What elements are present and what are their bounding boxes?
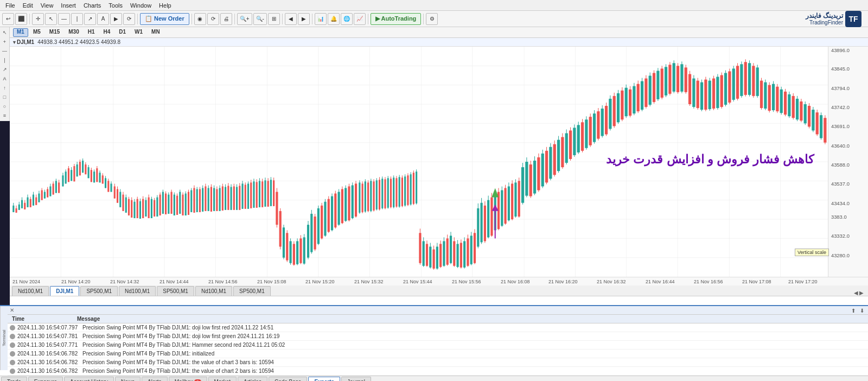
tab-collapse-right[interactable]: ▶ — [859, 290, 864, 296]
toolbar-crosshair[interactable]: ✛ — [32, 13, 44, 25]
period-m15[interactable]: M15 — [46, 28, 63, 37]
bottom-tab-market[interactable]: Market — [208, 377, 237, 382]
draw-cursor[interactable]: ↖ — [1, 28, 9, 37]
toolbar-btn3[interactable]: 🖨 — [220, 13, 232, 25]
bottom-tab-exposure[interactable]: Exposure — [28, 377, 63, 382]
toolbar-text[interactable]: A — [97, 13, 109, 25]
menu-help[interactable]: Help — [156, 2, 175, 9]
draw-ellipse[interactable]: ○ — [1, 102, 9, 111]
row-msg-3: Precision Swing Point MT4 By TFlab DJI,M… — [82, 342, 866, 348]
terminal-row-2[interactable]: 2024.11.30 16:54:07.781 Precision Swing … — [8, 332, 868, 341]
menu-window[interactable]: Window — [127, 2, 155, 9]
period-h1[interactable]: H1 — [84, 28, 99, 37]
toolbar-zoom-out[interactable]: 🔍- — [253, 13, 267, 25]
bottom-tab-experts[interactable]: Experts — [308, 377, 340, 382]
period-m5[interactable]: M5 — [29, 28, 44, 37]
terminal-close-btn[interactable]: ✕ — [10, 307, 16, 314]
vertical-scale-label: Vertical scale — [795, 249, 829, 256]
period-m30[interactable]: M30 — [65, 28, 82, 37]
period-h4[interactable]: H4 — [100, 28, 114, 37]
draw-trendline[interactable]: ↗ — [1, 65, 9, 74]
terminal-row-3[interactable]: 2024.11.30 16:54:07.771 Precision Swing … — [8, 341, 868, 350]
chart-tab-sp500-m1-1[interactable]: SP500,M1 — [80, 286, 118, 296]
terminal-row-5[interactable]: 2024.11.30 16:54:06.782 Precision Swing … — [8, 358, 868, 367]
toolbar-profile[interactable]: 🌐 — [341, 13, 353, 25]
autotrading-button[interactable]: ▶ AutoTrading — [371, 13, 421, 25]
svg-text:43280.0: 43280.0 — [831, 253, 850, 258]
toolbar-wave[interactable]: ⟳ — [123, 13, 135, 25]
chart-tab-nd100-m1-2[interactable]: Nd100,M1 — [119, 286, 156, 296]
chart-symbol: DJI,M1 — [17, 39, 34, 45]
period-m1[interactable]: M1 — [13, 28, 28, 37]
bottom-tab-journal[interactable]: Journal — [341, 377, 371, 382]
menu-file[interactable]: File — [2, 2, 18, 9]
draw-fib[interactable]: ≡ — [1, 111, 9, 120]
chart-symbol-triangle: ▼ — [12, 40, 17, 45]
draw-vline[interactable]: | — [1, 56, 9, 65]
draw-rect[interactable]: □ — [1, 93, 9, 101]
toolbar-chart-btn[interactable]: ⬛ — [15, 13, 27, 25]
row-time-4: 2024.11.30 16:54:06.782 — [17, 351, 82, 357]
bottom-tab-news[interactable]: News — [115, 377, 141, 382]
bottom-tab-mailbox[interactable]: Mailbox8 — [169, 377, 207, 382]
toolbar-new-btn[interactable]: ↩ — [2, 13, 14, 25]
tab-collapse-left[interactable]: ◀ — [854, 290, 858, 296]
toolbar-candlesticks[interactable]: 📈 — [354, 13, 366, 25]
time-label-2: 21 Nov 14:32 — [110, 279, 139, 284]
toolbar: ↩ ⬛ ✛ ↖ — | ↗ A ▶ ⟳ 📋 New Order ◉ ⟳ 🖨 🔍+… — [0, 11, 868, 27]
toolbar-trend[interactable]: ↗ — [84, 13, 96, 25]
toolbar-scroll-right[interactable]: ▶ — [298, 13, 310, 25]
symbol-bar: ▼ DJI,M1 44938.3 44951.2 44923.5 44939.8 — [10, 38, 868, 47]
menu-charts[interactable]: Charts — [80, 2, 104, 9]
terminal-row-1[interactable]: 2024.11.30 16:54:07.797 Precision Swing … — [8, 323, 868, 332]
bottom-tab-trade[interactable]: Trade — [1, 377, 27, 382]
chart-tab-nd100-m1-1[interactable]: Nd100,M1 — [12, 286, 49, 296]
chart-tab-dji-m1[interactable]: DJI,M1 — [50, 286, 79, 296]
period-mn[interactable]: MN — [148, 28, 164, 37]
chart-area: ▼ DJI,M1 44938.3 44951.2 44923.5 44939.8 — [10, 38, 868, 305]
bottom-tab-alerts[interactable]: Alerts — [142, 377, 168, 382]
toolbar-arrow[interactable]: ▶ — [110, 13, 122, 25]
draw-arrow[interactable]: ↑ — [1, 84, 9, 92]
time-label-1: 21 Nov 14:20 — [61, 279, 91, 284]
menu-view[interactable]: View — [37, 2, 57, 9]
toolbar-vline[interactable]: | — [71, 13, 83, 25]
bottom-tab-code-base[interactable]: Code Base — [269, 377, 307, 382]
terminal-row-4[interactable]: 2024.11.30 16:54:06.782 Precision Swing … — [8, 350, 868, 358]
toolbar-zoom-in[interactable]: 🔍+ — [237, 13, 252, 25]
toolbar-settings[interactable]: ⚙ — [426, 13, 438, 25]
row-time-6: 2024.11.30 16:54:06.782 — [17, 368, 82, 374]
terminal-expand-btn[interactable]: ⬆ — [850, 307, 857, 314]
terminal-label[interactable]: Terminal — [0, 306, 8, 370]
menu-tools[interactable]: Tools — [105, 2, 126, 9]
toolbar-objects[interactable]: 🔔 — [328, 13, 340, 25]
menu-bar: File Edit View Insert Charts Tools Windo… — [0, 0, 868, 11]
row-indicator-6 — [10, 369, 15, 374]
chart-tab-nd100-m1-3[interactable]: Nd100,M1 — [195, 286, 232, 296]
draw-hline[interactable]: — — [1, 47, 9, 55]
svg-rect-520 — [828, 47, 868, 277]
terminal-row-6[interactable]: 2024.11.30 16:54:06.782 Precision Swing … — [8, 367, 868, 376]
toolbar-grid[interactable]: ⊞ — [268, 13, 280, 25]
toolbar-pointer[interactable]: ↖ — [45, 13, 57, 25]
bottom-tab-articles[interactable]: Articles — [238, 377, 267, 382]
toolbar-sep4 — [234, 14, 235, 24]
toolbar-hline[interactable]: — — [58, 13, 70, 25]
bottom-tab-account-history[interactable]: Account History — [64, 377, 114, 382]
chart-canvas[interactable]: 43896.0 43845.0 43794.0 43742.0 43691.0 … — [10, 47, 868, 277]
toolbar-btn2[interactable]: ⟳ — [207, 13, 219, 25]
toolbar-chart-type[interactable]: 📊 — [315, 13, 327, 25]
new-order-button[interactable]: 📋 New Order — [140, 13, 189, 25]
menu-edit[interactable]: Edit — [20, 2, 36, 9]
toolbar-scroll-left[interactable]: ◀ — [285, 13, 297, 25]
draw-text[interactable]: A — [1, 74, 9, 83]
toolbar-btn1[interactable]: ◉ — [194, 13, 206, 25]
terminal-collapse-btn[interactable]: ⬇ — [858, 307, 866, 314]
chart-tab-sp500-m1-2[interactable]: SP500,M1 — [157, 286, 194, 296]
menu-insert[interactable]: Insert — [58, 2, 79, 9]
period-d1[interactable]: D1 — [115, 28, 130, 37]
period-w1[interactable]: W1 — [131, 28, 146, 37]
time-label-8: 21 Nov 15:44 — [403, 279, 432, 284]
draw-crosshair[interactable]: + — [1, 37, 9, 46]
chart-tab-sp500-m1-3[interactable]: SP500,M1 — [233, 286, 271, 296]
